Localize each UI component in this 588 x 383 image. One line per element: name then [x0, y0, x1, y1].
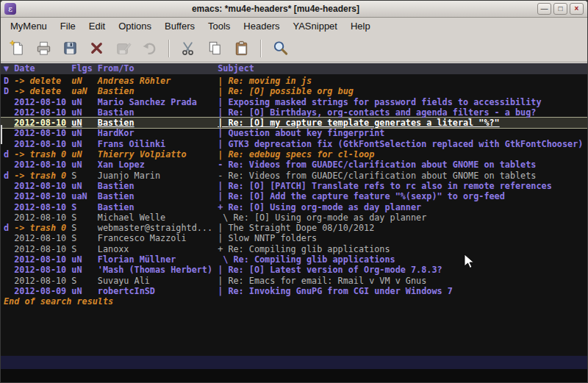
- message-flags: S: [71, 171, 98, 181]
- message-from: Xan Lopez: [98, 160, 218, 170]
- message-from: Lanoxx: [98, 244, 218, 254]
- message-from: Suvayu Ali: [98, 276, 218, 286]
- cut-icon[interactable]: [178, 37, 199, 59]
- mark-char: d: [4, 223, 14, 233]
- menu-item[interactable]: MyMenu: [4, 18, 54, 34]
- message-date: -> trash 0: [14, 223, 71, 233]
- message-row[interactable]: 2012-08-10 uN Mario Sanchez Prada | Expo…: [1, 97, 587, 107]
- message-row[interactable]: 2012-08-10 uN Xan Lopez - Re: Videos fro…: [1, 160, 587, 170]
- message-row[interactable]: 2012-08-10 S Lanoxx + Re: Compiling glib…: [1, 244, 587, 254]
- mark-char: [4, 107, 14, 118]
- close-buffer-icon[interactable]: [86, 37, 107, 59]
- message-row[interactable]: 2012-08-10 uN Bastien | Re: [O] my captu…: [1, 118, 587, 128]
- thread-prefix: |: [218, 97, 228, 107]
- mark-char: [4, 181, 14, 191]
- message-row[interactable]: d -> trash 0 S webmaster@straightd... | …: [1, 223, 587, 233]
- menu-item[interactable]: Options: [112, 18, 158, 34]
- emacs-icon: ε: [4, 3, 16, 15]
- message-date: 2012-08-10: [14, 181, 71, 191]
- mark-char: D: [4, 76, 14, 86]
- copy-icon[interactable]: [204, 37, 226, 59]
- minimize-button[interactable]: —: [537, 3, 551, 15]
- message-flags: uaN: [71, 86, 98, 96]
- message-row[interactable]: 2012-08-10 S Bastien + Re: [O] Using org…: [1, 202, 587, 212]
- message-date: 2012-08-10: [14, 191, 71, 201]
- message-date: 2012-08-10: [14, 233, 71, 243]
- message-date: 2012-08-10: [14, 128, 71, 138]
- thread-prefix: |: [218, 118, 228, 128]
- message-subject: Re: Compiling glib applications: [228, 244, 587, 254]
- message-subject: Re: Invoking GnuPG from CGI under Window…: [228, 286, 587, 296]
- paste-icon[interactable]: [231, 37, 252, 59]
- message-subject: Question about key fingerprint: [228, 128, 587, 138]
- message-flags: S: [71, 223, 98, 233]
- scrollbar-thumb[interactable]: [1, 125, 2, 144]
- svg-text:ε: ε: [8, 4, 12, 14]
- message-from: webmaster@straightd...: [98, 223, 218, 233]
- mark-char: [4, 202, 14, 212]
- message-subject: Re: Videos from GUADEC/clarification abo…: [228, 160, 587, 170]
- thread-prefix: \: [218, 212, 233, 223]
- message-subject: Re: Videos from GUADEC/clarification abo…: [228, 171, 587, 181]
- column-flags[interactable]: Flgs: [71, 63, 98, 74]
- message-row[interactable]: D -> delete uN Andreas Röhler | Re: movi…: [1, 76, 587, 86]
- menu-item[interactable]: Headers: [237, 18, 286, 34]
- message-row[interactable]: d -> trash 0 S Juanjo Marin - Re: Videos…: [1, 171, 587, 181]
- column-date[interactable]: Date: [14, 63, 71, 74]
- menu-item[interactable]: Buffers: [158, 18, 201, 34]
- sort-indicator-icon[interactable]: ▼: [4, 63, 14, 74]
- message-row[interactable]: 2012-08-10 uN 'Mash (Thomas Herbert) | R…: [1, 265, 587, 275]
- message-row[interactable]: 2012-08-10 uN HardKor | Question about k…: [1, 128, 587, 138]
- thread-prefix: |: [218, 233, 228, 243]
- message-row[interactable]: 2012-08-10 S Suvayu Ali | Re: Emacs for …: [1, 276, 587, 286]
- message-date: -> delete: [14, 86, 71, 96]
- message-row[interactable]: 2012-08-10 uaN Bastien | Re: [O] Add the…: [1, 191, 587, 201]
- message-row[interactable]: 2012-08-10 uN Bastien | Re: [O] Birthday…: [1, 107, 587, 118]
- message-flags: uN: [71, 265, 98, 275]
- thread-prefix: +: [218, 244, 228, 254]
- message-from: 'Mash (Thomas Herbert): [98, 265, 218, 275]
- menu-item[interactable]: Tools: [201, 18, 237, 34]
- message-subject: Re: [O] Birthdays, org-contacts and agen…: [228, 107, 587, 118]
- menu-item[interactable]: Edit: [82, 18, 112, 34]
- message-subject: Re: Emacs for email: Rmail v VM v Gnus: [228, 276, 587, 286]
- menu-item[interactable]: File: [54, 18, 82, 34]
- message-subject: Re: [O] Using org-mode as day planner: [228, 202, 587, 212]
- menu-item[interactable]: Help: [344, 18, 377, 34]
- thread-prefix: |: [218, 139, 228, 149]
- column-from[interactable]: From/To: [98, 63, 218, 74]
- close-button[interactable]: ×: [570, 3, 584, 15]
- message-subject: Re: [O] my capture template generates a …: [228, 118, 587, 128]
- maximize-button[interactable]: □: [553, 3, 567, 15]
- minibuffer[interactable]: [1, 369, 587, 382]
- message-from: Bastien: [98, 107, 218, 118]
- message-row[interactable]: D -> delete uaN Bastien | Re: [O] possib…: [1, 86, 587, 96]
- message-flags: uN: [71, 97, 98, 107]
- message-from: Thierry Volpiatto: [98, 149, 218, 160]
- save-icon[interactable]: [60, 37, 81, 59]
- menu-item[interactable]: YASnippet: [286, 18, 343, 34]
- print-icon[interactable]: [33, 37, 54, 59]
- mark-char: [4, 128, 14, 138]
- message-row[interactable]: 2012-08-10 S Michael Welle \ Re: [O] Usi…: [1, 212, 587, 223]
- message-flags: S: [71, 276, 98, 286]
- message-date: 2012-08-09: [14, 286, 71, 296]
- message-row[interactable]: 2012-08-10 uN Florian Müllner \ Re: Comp…: [1, 254, 587, 265]
- message-flags: S: [71, 202, 98, 212]
- column-subject[interactable]: Subject: [218, 63, 587, 74]
- message-subject: Re: Compiling glib applications: [233, 254, 587, 265]
- message-from: Andreas Röhler: [98, 76, 218, 86]
- message-subject: Slow NNTP folders: [228, 233, 587, 243]
- message-row[interactable]: d -> trash 0 uN Thierry Volpiatto | Re: …: [1, 149, 587, 160]
- modeline[interactable]: *mu4e-headers* ( 5, 0) [All/2.0k] [mu4e-…: [1, 356, 587, 369]
- message-row[interactable]: 2012-08-09 uN robertcInSD | Re: Invoking…: [1, 286, 587, 296]
- message-row[interactable]: 2012-08-10 S Francesco Mazzoli | Slow NN…: [1, 233, 587, 243]
- message-flags: uN: [71, 149, 98, 160]
- header-line: ▼ Date Flgs From/To Subject: [1, 63, 587, 74]
- message-subject: Re: [O] possible org bug: [228, 86, 587, 96]
- message-row[interactable]: 2012-08-10 uN Frans Oilinki | GTK3 depre…: [1, 139, 587, 149]
- message-row[interactable]: 2012-08-10 uN Bastien | Re: [O] [PATCH] …: [1, 181, 587, 191]
- thread-prefix: +: [218, 202, 228, 212]
- search-icon[interactable]: [270, 37, 291, 59]
- new-file-icon[interactable]: [7, 37, 28, 59]
